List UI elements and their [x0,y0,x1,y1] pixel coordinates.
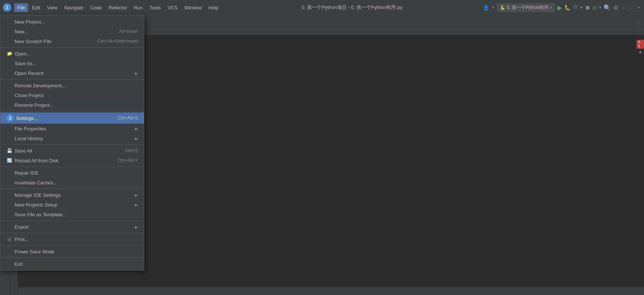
menu-tools[interactable]: Tools [147,3,164,12]
reload-shortcut: Ctrl+Alt+Y [117,158,138,163]
new-projects-arrow: ▶ [135,203,138,207]
close-button[interactable]: ✕ [636,5,641,10]
menu-file[interactable]: File [14,3,28,12]
menu-item-invalidate-caches[interactable]: Invalidate Caches... [0,178,144,187]
editor-more-icon[interactable]: ⋮ [637,21,641,26]
coverage-button[interactable]: ◎ [592,4,597,10]
menu-item-manage-ide[interactable]: Manage IDE Settings ▶ [0,190,144,200]
stop-button[interactable]: ⏹ [585,4,590,10]
export-arrow: ▶ [135,225,138,229]
reload-icon: 🔄 [6,157,12,163]
step2-badge: 2 [6,114,14,122]
export-icon [6,224,12,230]
menu-item-open[interactable]: 📁 Open... [0,49,144,58]
file-dropdown-menu: New Project... New... Alt+Insert New Scr… [0,15,144,271]
menu-item-settings[interactable]: 2 Settings... Ctrl+Alt+S [0,112,144,124]
menu-run[interactable]: Run [131,3,146,12]
separator-10 [0,258,144,258]
new-scratch-label: New Scratch File [15,39,97,44]
error-badge: A 1 [637,40,644,49]
settings-label: Settings... [16,115,117,121]
scroll-up-icon[interactable]: ▲ [639,49,641,55]
run-more-button[interactable]: ▾ [580,5,583,10]
manage-ide-icon [6,192,12,198]
menu-vcs[interactable]: VCS [165,3,181,12]
step1-badge: 1 [3,3,11,12]
rename-label: Rename Project... [15,102,138,108]
repair-label: Repair IDE [15,170,138,176]
menu-item-remote-development[interactable]: Remote Development... [0,81,144,90]
menu-item-repair-ide[interactable]: Repair IDE [0,168,144,178]
menu-item-print[interactable]: 🖨 Print... [0,234,144,244]
menu-item-close-project[interactable]: Close Project [0,90,144,100]
menu-help[interactable]: Help [205,3,222,12]
reload-label: Reload All from Disk [15,158,117,163]
local-history-icon [6,135,12,141]
menu-edit[interactable]: Edit [29,3,43,12]
manage-ide-label: Manage IDE Settings [15,192,133,198]
project-selector[interactable]: 🐍 0. 第一个Python程序 ▾ [497,3,555,12]
menu-item-save-all[interactable]: 💾 Save All Ctrl+S [0,146,144,156]
right-gutter: A 1 ▲ [637,38,644,292]
user-icon[interactable]: 👤 [482,4,490,11]
exit-icon [6,261,12,267]
menu-item-new-project[interactable]: New Project... [0,17,144,27]
menu-item-export[interactable]: Export ▶ [0,222,144,232]
user-dropdown[interactable]: ▾ [492,5,494,10]
close-project-icon [6,92,12,98]
open-recent-label: Open Recent [15,70,133,76]
minimize-button[interactable]: — [621,5,626,10]
menu-item-rename-project[interactable]: Rename Project... [0,100,144,110]
more-button[interactable]: ▾ [599,5,601,10]
search-button[interactable]: 🔍 [604,4,611,11]
export-label: Export [15,224,133,230]
settings-button[interactable]: ⚙ [613,4,619,11]
save-all-icon: 💾 [6,148,12,154]
save-template-icon [6,211,12,217]
remote-icon [6,82,12,88]
menu-navigate[interactable]: Navigate [61,3,86,12]
menu-item-file-properties[interactable]: File Properties ▶ [0,124,144,133]
power-save-icon [6,249,12,255]
new-label: New... [15,29,119,34]
menu-item-new-projects-setup[interactable]: New Projects Setup ▶ [0,200,144,210]
menu-item-power-save-mode[interactable]: Power Save Mode [0,247,144,256]
new-projects-icon [6,202,12,208]
file-props-label: File Properties [15,126,133,132]
separator-6 [0,189,144,189]
menu-item-exit[interactable]: Exit [0,259,144,269]
local-history-arrow: ▶ [135,136,138,141]
menu-bar: File Edit View Navigate Code Refactor Ru… [14,3,222,12]
titlebar: 1 File Edit View Navigate Code Refactor … [0,0,644,15]
separator-1 [0,47,144,48]
menu-view[interactable]: View [44,3,60,12]
menu-item-local-history[interactable]: Local History ▶ [0,133,144,143]
file-props-icon [6,126,12,132]
open-recent-arrow: ▶ [135,71,138,75]
separator-3 [0,111,144,111]
menu-item-reload-all[interactable]: 🔄 Reload All from Disk Ctrl+Alt+Y [0,156,144,165]
run-button[interactable]: ▶ [557,4,562,11]
menu-item-save-file-template[interactable]: Save File as Template... [0,210,144,219]
save-as-icon [6,60,12,66]
project-selector-label: 0. 第一个Python程序 [507,4,548,11]
menu-item-new-scratch-file[interactable]: New Scratch File Ctrl+Alt+Shift+Insert [0,36,144,46]
maximize-button[interactable]: □ [628,5,634,10]
manage-ide-arrow: ▶ [135,193,138,197]
debug-button[interactable]: 🐛 [564,4,571,10]
menu-item-save-as[interactable]: Save As... [0,58,144,68]
menu-window[interactable]: Window [181,3,205,12]
menu-code[interactable]: Code [87,3,105,12]
menu-item-open-recent[interactable]: Open Recent ▶ [0,68,144,78]
rename-icon [6,102,12,108]
separator-2 [0,79,144,79]
new-project-label: New Project... [15,19,138,25]
menu-item-new[interactable]: New... Alt+Insert [0,27,144,36]
separator-9 [0,245,144,246]
new-icon [6,28,12,34]
invalidate-caches-label: Invalidate Caches... [15,180,138,186]
profile-button[interactable]: ⏱ [573,4,578,10]
menu-refactor[interactable]: Refactor [106,3,130,12]
print-label: Print... [15,237,138,242]
settings-shortcut: Ctrl+Alt+S [117,115,138,121]
